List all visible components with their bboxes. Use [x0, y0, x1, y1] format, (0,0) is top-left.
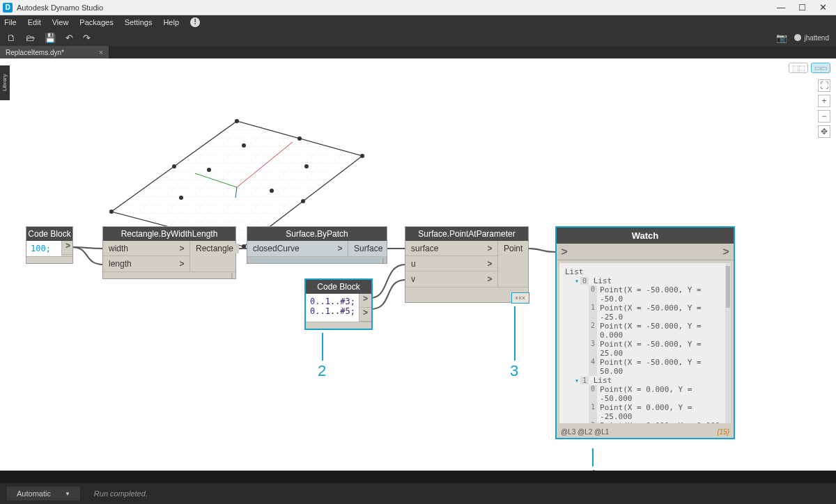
minimize-button[interactable]: —	[771, 3, 791, 13]
node-title: Code Block	[26, 227, 72, 241]
run-mode-dropdown[interactable]: Automatic ▼	[7, 487, 80, 501]
svg-point-14	[242, 143, 246, 148]
input-closedcurve[interactable]: closedCurve	[247, 244, 332, 253]
code-input[interactable]: 100;	[26, 241, 61, 256]
chevron-down-icon: ▼	[65, 491, 70, 497]
tab-close-icon[interactable]: ×	[99, 49, 103, 56]
menu-help[interactable]: Help	[163, 18, 179, 26]
status-message: Run completed.	[94, 489, 148, 498]
input-length[interactable]: length	[103, 259, 174, 269]
input-u[interactable]: u	[405, 259, 482, 269]
user-avatar-icon	[794, 34, 801, 41]
redo-icon[interactable]: ↷	[83, 33, 91, 43]
watch-output-port[interactable]: >	[718, 246, 734, 258]
menu-settings[interactable]: Settings	[125, 18, 153, 26]
list-item[interactable]: 4Point(X = -50.000, Y = 50.00	[562, 358, 728, 376]
callout-line-3	[514, 306, 516, 361]
list-item[interactable]: 2Point(X = 0.000, Y = 0.000,	[562, 421, 728, 423]
node-surface-pointatparameter[interactable]: Surface.PointAtParameter surface> u> v> …	[405, 226, 529, 303]
list-root: List	[562, 267, 728, 276]
run-mode-label: Automatic	[17, 489, 51, 498]
list-item[interactable]: 1Point(X = 0.000, Y = -25.000	[562, 403, 728, 421]
node-code-block-1[interactable]: Code Block 100; >	[26, 226, 73, 264]
open-file-icon[interactable]: 🗁	[26, 33, 35, 43]
info-icon[interactable]: !	[190, 17, 200, 27]
callout-4: 4	[588, 466, 596, 471]
user-name: jhattend	[804, 34, 829, 42]
node-title: Watch	[557, 228, 734, 244]
menu-packages[interactable]: Packages	[79, 18, 113, 26]
list-item[interactable]: 1Point(X = -50.000, Y = -25.0	[562, 304, 728, 322]
output-point[interactable]: Point	[498, 244, 528, 253]
output-surface[interactable]: Surface	[348, 244, 388, 253]
library-panel-toggle[interactable]: Library	[0, 65, 10, 100]
menu-view[interactable]: View	[52, 18, 69, 26]
new-file-icon[interactable]: 🗋	[7, 33, 16, 43]
app-logo: D	[3, 3, 13, 13]
node-watch[interactable]: Watch > > List ▾0 List0Point(X = -50.000…	[555, 226, 735, 439]
port-arrow-icon[interactable]: >	[482, 259, 497, 269]
node-title: Surface.ByPatch	[247, 227, 387, 241]
port-arrow-icon[interactable]: >	[174, 244, 189, 253]
input-width[interactable]: width	[103, 244, 174, 253]
svg-point-15	[179, 196, 183, 200]
svg-point-5	[172, 164, 176, 168]
port-arrow-icon[interactable]: >	[332, 244, 348, 253]
callout-line-2	[322, 333, 323, 361]
tab-replaceitems[interactable]: ReplaceItems.dyn* ×	[0, 46, 109, 58]
svg-point-13	[270, 189, 274, 193]
fit-view-button[interactable]: ⛶	[818, 79, 830, 92]
maximize-button[interactable]: ☐	[791, 3, 812, 13]
input-v[interactable]: v	[405, 274, 482, 284]
tab-label: ReplaceItems.dyn*	[6, 49, 64, 56]
view-3d-icon[interactable]: ⬚⬚	[789, 63, 808, 73]
menu-file[interactable]: File	[4, 18, 17, 26]
lacing-badge[interactable]: xxx	[511, 292, 529, 304]
output-rectangle[interactable]: Rectangle	[190, 244, 239, 253]
node-title: Surface.PointAtParameter	[405, 227, 528, 241]
list-item[interactable]: 3Point(X = -50.000, Y = 25.00	[562, 340, 728, 358]
save-file-icon[interactable]: 💾	[45, 33, 56, 43]
svg-point-7	[297, 136, 302, 141]
scrollbar[interactable]	[725, 263, 731, 423]
list-item[interactable]: 0Point(X = -50.000, Y = -50.0	[562, 285, 728, 304]
watch-levels: @L3 @L2 @L1	[561, 428, 609, 436]
list-group[interactable]: ▾1 List	[562, 376, 728, 385]
callout-3: 3	[510, 362, 518, 380]
view-graph-icon[interactable]: ▭▭	[811, 63, 830, 73]
output-port-1[interactable]: >	[359, 294, 371, 308]
list-item[interactable]: 0Point(X = 0.000, Y = -50.000	[562, 385, 728, 403]
undo-icon[interactable]: ↶	[65, 33, 73, 43]
window-titlebar: D Autodesk Dynamo Studio — ☐ ✕	[0, 0, 836, 15]
node-rectangle-bywidthlength[interactable]: Rectangle.ByWidthLength width> length> R…	[102, 226, 236, 279]
code-input[interactable]: 0..1..#3; 0..1..#5;	[306, 294, 359, 322]
zoom-out-button[interactable]: −	[818, 110, 830, 123]
port-arrow-icon[interactable]: >	[482, 244, 497, 253]
output-port[interactable]: >	[61, 241, 74, 255]
svg-point-9	[301, 199, 305, 203]
viewport-nav: ⛶ + − ✥	[818, 79, 830, 138]
watch-data-list[interactable]: List ▾0 List0Point(X = -50.000, Y = -50.…	[559, 263, 731, 423]
scrollbar-thumb[interactable]	[726, 266, 730, 308]
status-bar: Automatic ▼ Run completed.	[0, 483, 836, 504]
graph-canvas[interactable]: Library ⬚⬚ ▭▭ ⛶ + − ✥	[0, 58, 836, 471]
output-port-2[interactable]: >	[359, 308, 371, 322]
port-arrow-icon[interactable]: >	[174, 259, 189, 269]
watch-input-port[interactable]: >	[557, 246, 572, 258]
list-item[interactable]: 2Point(X = -50.000, Y = 0.000	[562, 322, 728, 340]
zoom-in-button[interactable]: +	[818, 95, 830, 107]
svg-point-16	[304, 164, 309, 168]
port-arrow-icon[interactable]: >	[482, 274, 497, 284]
menu-edit[interactable]: Edit	[28, 18, 41, 26]
node-surface-bypatch[interactable]: Surface.ByPatch closedCurve> Surface |	[247, 226, 387, 264]
pan-button[interactable]: ✥	[818, 125, 830, 138]
screenshot-icon[interactable]: 📷	[776, 33, 787, 43]
window-title: Autodesk Dynamo Studio	[17, 3, 103, 12]
user-account[interactable]: jhattend	[794, 34, 829, 42]
list-group[interactable]: ▾0 List	[562, 276, 728, 285]
node-code-block-2[interactable]: Code Block 0..1..#3; 0..1..#5; > >	[304, 278, 373, 330]
svg-point-8	[360, 154, 364, 158]
input-surface[interactable]: surface	[405, 244, 482, 253]
svg-point-10	[242, 244, 246, 249]
close-button[interactable]: ✕	[812, 2, 833, 13]
